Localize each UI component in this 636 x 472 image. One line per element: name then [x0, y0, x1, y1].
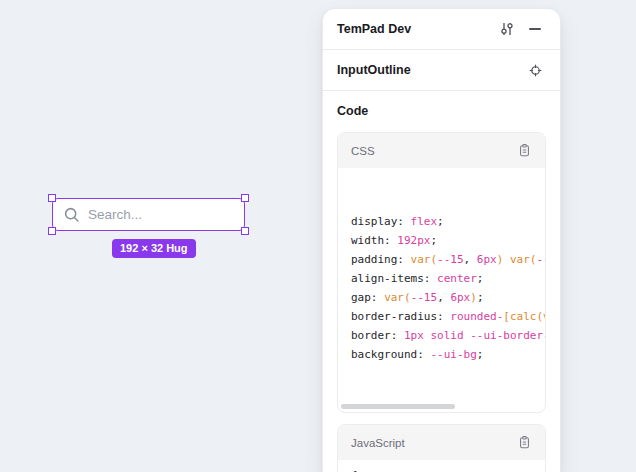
sliders-icon — [499, 21, 515, 37]
code-line: gap: var(--15, 6px); — [351, 288, 545, 307]
code-line: background: --ui-bg; — [351, 345, 545, 364]
copy-javascript-button[interactable] — [513, 432, 535, 454]
selection-handle-top-right[interactable] — [241, 194, 249, 202]
component-name: InputOutline — [337, 63, 524, 77]
code-section-title: Code — [337, 104, 546, 118]
clipboard-icon — [517, 435, 532, 450]
target-icon — [528, 63, 543, 78]
javascript-code-block: JavaScript { display: 'flex', width: '19… — [337, 424, 546, 472]
code-line: { — [351, 466, 545, 472]
code-line: display: flex; — [351, 212, 545, 231]
panel-header-actions — [496, 18, 546, 40]
locate-node-button[interactable] — [524, 59, 546, 81]
minimize-button[interactable] — [524, 18, 546, 40]
clipboard-icon — [517, 143, 532, 158]
code-line: padding: var(--15, 6px) var(-- — [351, 250, 545, 269]
css-code-block: CSS display: flex;width: 192px;padding: … — [337, 132, 546, 413]
selection-handle-bottom-right[interactable] — [241, 227, 249, 235]
settings-sliders-button[interactable] — [496, 18, 518, 40]
code-line: border: 1px solid --ui-border- — [351, 326, 545, 345]
css-block-label: CSS — [351, 145, 513, 157]
panel-header: TemPad Dev — [323, 9, 560, 50]
css-code[interactable]: display: flex;width: 192px;padding: var(… — [338, 168, 545, 412]
code-line: align-items: center; — [351, 269, 545, 288]
copy-css-button[interactable] — [513, 140, 535, 162]
selected-component-row: InputOutline — [323, 50, 560, 91]
selection-handle-top-left[interactable] — [48, 194, 56, 202]
selection-handle-bottom-left[interactable] — [48, 227, 56, 235]
code-line: border-radius: rounded-[calc(v — [351, 307, 545, 326]
javascript-code[interactable]: { display: 'flex', width: '192px', paddi… — [338, 460, 545, 472]
horizontal-scrollbar-thumb[interactable] — [341, 404, 455, 409]
javascript-block-label: JavaScript — [351, 437, 513, 449]
dimensions-badge: 192 × 32 Hug — [112, 239, 196, 258]
minus-icon — [529, 28, 541, 30]
css-block-header: CSS — [338, 133, 545, 168]
search-placeholder: Search... — [88, 207, 142, 222]
panel-title: TemPad Dev — [337, 22, 496, 36]
code-line: width: 192px; — [351, 231, 545, 250]
code-section: Code CSS display: flex;width: 192px;padd… — [323, 91, 560, 472]
search-icon — [63, 206, 81, 224]
tempad-dev-panel: TemPad Dev InputOutline — [322, 8, 561, 472]
selected-search-input[interactable]: Search... — [52, 198, 245, 231]
javascript-block-header: JavaScript — [338, 425, 545, 460]
